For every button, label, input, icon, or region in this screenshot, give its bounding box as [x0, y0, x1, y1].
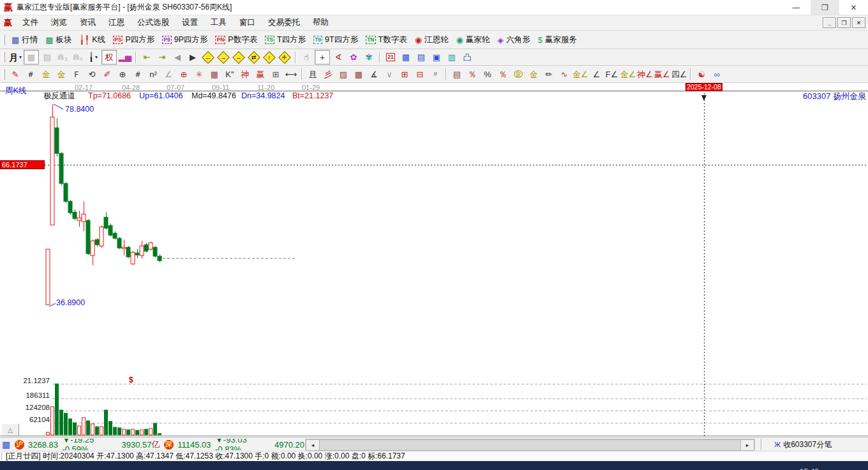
menu-公式选股[interactable]: 公式选股 — [131, 15, 176, 30]
expand-all-button[interactable]: ✛ — [278, 50, 292, 64]
restore-button[interactable]: ❐ — [811, 0, 839, 15]
menu-资讯[interactable]: 资讯 — [73, 15, 102, 30]
bars-3-button[interactable]: ⋒₃ — [56, 50, 70, 64]
spider-web-button[interactable]: ✳ — [192, 68, 206, 81]
dragon-tool-button[interactable]: ✾ — [362, 50, 376, 64]
gann-wheel-button[interactable]: ◉江恩轮 — [412, 33, 452, 47]
wave-tool-button[interactable]: ∿ — [557, 68, 571, 81]
save-button[interactable]: ▣ — [430, 50, 444, 64]
shen-slope-button[interactable]: 神∠ — [637, 68, 653, 81]
flower-tool-button[interactable]: ✿ — [347, 50, 361, 64]
shift-left-button[interactable]: ← — [201, 50, 215, 64]
target-button[interactable]: ⊕ — [177, 68, 191, 81]
winner-service-button[interactable]: $赢家服务 — [535, 33, 580, 47]
gann-box-button[interactable]: ▨ — [336, 68, 350, 81]
angle-tool-button[interactable]: ∠ — [161, 68, 176, 81]
prev-page-button[interactable]: ◀ — [170, 50, 184, 64]
color-volume-button[interactable]: ▂▅ — [118, 50, 132, 64]
gold-grid-1-button[interactable]: 金 — [39, 68, 53, 81]
hexagon-button[interactable]: ◈六角形 — [494, 33, 534, 47]
horizontal-scrollbar[interactable]: ◂ ▸ — [305, 439, 755, 450]
crosshair-tool-button[interactable]: ＋ — [315, 50, 330, 64]
calendar-button[interactable]: 21 — [384, 50, 398, 64]
p-square-button[interactable]: PSP四方形 — [110, 33, 158, 47]
rights-adjust-button[interactable]: 权 — [101, 50, 117, 64]
angle-lines-button[interactable]: ∡ — [367, 68, 381, 81]
compress-h-button[interactable]: ⇄ — [247, 50, 261, 64]
menu-浏览[interactable]: 浏览 — [45, 15, 73, 30]
mdi-minimize-button[interactable]: _ — [823, 17, 836, 28]
spiral-button[interactable]: ⟲ — [85, 68, 99, 81]
taichi-button[interactable]: ☯ — [694, 68, 708, 81]
candle-style-dropdown[interactable]: ╽▾ — [86, 50, 100, 64]
menu-文件[interactable]: 文件 — [16, 15, 45, 30]
si-slope-button[interactable]: 四∠ — [671, 68, 687, 81]
menu-工具[interactable]: 工具 — [204, 15, 233, 30]
chart-style-2-button[interactable]: ▤ — [40, 50, 54, 64]
scroll-left-button[interactable]: ◂ — [306, 439, 320, 451]
slope-button[interactable]: ∠ — [590, 68, 604, 81]
menu-帮助[interactable]: 帮助 — [306, 15, 335, 30]
brush-mark-button[interactable]: ✏ — [542, 68, 556, 81]
last-page-button[interactable]: ⇥ — [155, 50, 169, 64]
fan-lines-button[interactable]: 彡 — [321, 68, 335, 81]
gold-grid-2-button[interactable]: 金 — [54, 68, 68, 81]
tick-feed-status[interactable]: Ж 收603307分笔 — [774, 439, 832, 450]
mdi-restore-button[interactable]: ❐ — [837, 17, 851, 28]
hash-cycle-button[interactable]: ＃ — [131, 68, 145, 81]
close-button[interactable]: ✕ — [839, 0, 868, 15]
quote-table-icon[interactable]: ▦ — [2, 439, 10, 450]
gold-slope-1-button[interactable]: 金∠ — [572, 68, 588, 81]
ying-grid-button[interactable]: 赢 — [253, 68, 267, 81]
chart-style-1-button[interactable]: ▩ — [24, 50, 39, 64]
circle-cycle-button[interactable]: ⊕ — [116, 68, 130, 81]
notes-button[interactable]: ▤ — [414, 50, 428, 64]
expand-v-button[interactable]: ↕ — [262, 50, 276, 64]
9t-square-button[interactable]: T99T四方形 — [310, 33, 361, 47]
width-measure-button[interactable]: ⟷ — [284, 68, 298, 81]
first-page-button[interactable]: ⇤ — [140, 50, 154, 64]
gann-grid-2-button[interactable]: ▩ — [352, 68, 366, 81]
gann-grid-button[interactable]: ＃ — [24, 68, 38, 81]
export-button[interactable]: ▥ — [445, 50, 459, 64]
multi-lines-button[interactable]: 〃 — [428, 68, 442, 81]
bars-9-button[interactable]: ⋒₉ — [71, 50, 85, 64]
quotes-button[interactable]: ▦行情 — [8, 33, 41, 47]
percent-line-button[interactable]: ％ — [496, 68, 510, 81]
calculator-button[interactable]: ▦ — [399, 50, 413, 64]
percent-table-button[interactable]: ▤ — [450, 68, 464, 81]
minimize-button[interactable]: — — [782, 0, 811, 15]
f-slope-button[interactable]: F∠ — [605, 68, 619, 81]
period-dropdown[interactable]: 月▾ — [8, 50, 22, 64]
ying-slope-button[interactable]: 赢∠ — [654, 68, 670, 81]
hand-tool-button[interactable]: ☝ — [299, 50, 313, 64]
t-ruler-button[interactable]: 且 — [306, 68, 320, 81]
volume-expand-button[interactable]: △ — [1, 423, 19, 436]
shen-grid-button[interactable]: 神 — [238, 68, 252, 81]
mdi-close-button[interactable]: ✕ — [852, 17, 865, 28]
red-pen-button[interactable]: ✐ — [100, 68, 114, 81]
f-grid-button[interactable]: Ｆ — [70, 68, 84, 81]
p-table-button[interactable]: PNP数字表 — [212, 33, 260, 47]
v-lines-button[interactable]: ∨ — [382, 68, 396, 81]
menu-江恩[interactable]: 江恩 — [102, 15, 131, 30]
angle-measure-button[interactable]: ∢ — [331, 50, 345, 64]
grid-red-2-button[interactable]: ⊟ — [413, 68, 427, 81]
n-square-button[interactable]: n² — [146, 68, 160, 81]
menu-交易委托[interactable]: 交易委托 — [262, 15, 306, 30]
scroll-right-button[interactable]: ▸ — [740, 439, 754, 451]
grid-red-1-button[interactable]: ⊞ — [398, 68, 412, 81]
shift-right-button[interactable]: → — [216, 50, 230, 64]
gold-lines-button[interactable]: 金 — [527, 68, 541, 81]
infinity-button[interactable]: ∞ — [710, 68, 724, 81]
k-mark-button[interactable]: K″ — [223, 68, 237, 81]
percent-tri-button[interactable]: ％ — [465, 68, 479, 81]
t-square-button[interactable]: TST四方形 — [262, 33, 309, 47]
percent-button[interactable]: % — [481, 68, 495, 81]
sectors-button[interactable]: ▩板块 — [42, 33, 75, 47]
expand-h-button[interactable]: ↔ — [232, 50, 246, 64]
print-button[interactable]: 凸 — [460, 50, 474, 64]
square-web-button[interactable]: ▦ — [207, 68, 221, 81]
t-table-button[interactable]: TNT数字表 — [363, 33, 410, 47]
menu-窗口[interactable]: 窗口 — [233, 15, 262, 30]
